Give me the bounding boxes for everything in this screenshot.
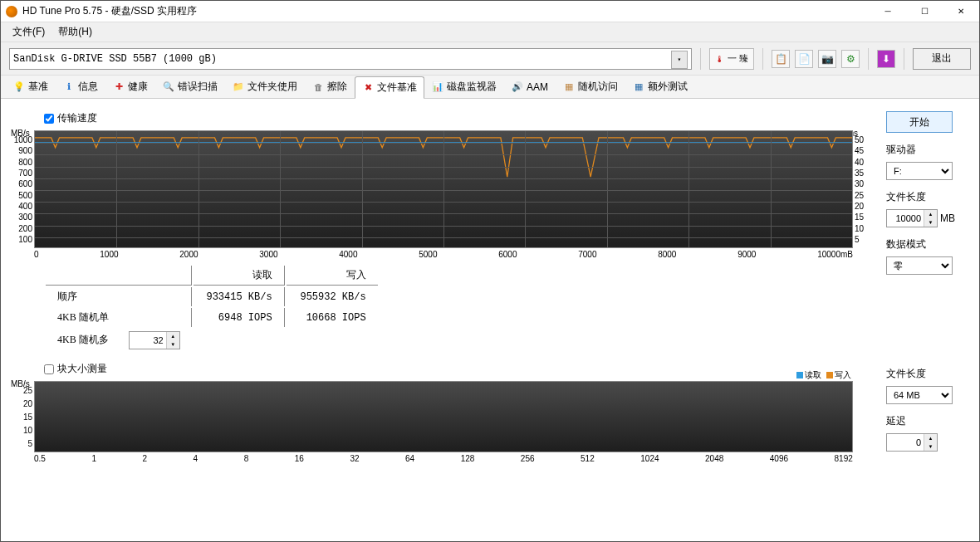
blocksize-checkbox[interactable] [44,364,54,374]
x-axis-2: 0.512481632641282565121024204840968192 [34,452,853,463]
tab-label: 基准 [28,80,48,94]
temperature-display[interactable]: 🌡 一 臻 [709,48,754,70]
tab-icon: ▦ [563,81,575,93]
transfer-chart-wrap: MB/s ms 1000900800700600500400300200100 … [34,130,853,259]
app-icon [6,6,17,17]
tab-2[interactable]: ✚健康 [105,76,155,98]
spin-up-icon[interactable]: ▲ [924,434,937,442]
titlebar: HD Tune Pro 5.75 - 硬盘/SSD 实用程序 ─ ☐ ✕ [1,1,979,22]
maximize-button[interactable]: ☐ [906,1,943,22]
separator [868,48,869,70]
window-title: HD Tune Pro 5.75 - 硬盘/SSD 实用程序 [22,4,870,18]
tab-3[interactable]: 🔍错误扫描 [155,76,225,98]
tab-icon: 📁 [233,81,244,93]
y-axis-left: 1000900800700600500400300200100 [11,135,32,244]
menubar: 文件(F) 帮助(H) [1,22,979,42]
top-toolbar: SanDisk G-DRIVE SSD 55B7 (1000 gB) 🌡 一 臻… [1,42,979,76]
tab-label: 错误扫描 [178,80,218,94]
drive-selected-text: SanDisk G-DRIVE SSD 55B7 (1000 gB) [13,53,217,65]
tab-label: 信息 [78,80,98,94]
tab-0[interactable]: 💡基准 [6,76,56,98]
filelen-input[interactable] [887,210,924,227]
drive-letter-select[interactable]: F: [886,162,953,180]
spin-down-icon[interactable]: ▼ [924,218,937,227]
tab-icon: ✖ [362,82,374,94]
row-seq-read: 933415 KB/s [194,287,285,306]
x-axis: 0100020003000400050006000700080009000100… [34,248,853,259]
copy-info-button[interactable]: 📋 [772,50,790,68]
start-button[interactable]: 开始 [886,111,953,133]
row-seq-write: 955932 KB/s [287,287,378,306]
spin-up-icon[interactable]: ▲ [167,332,179,340]
minimize-button[interactable]: ─ [870,1,906,22]
spin-up-icon[interactable]: ▲ [924,210,937,218]
tab-8[interactable]: 🔊AAM [504,77,556,97]
transfer-checkbox-row[interactable]: 传输速度 [44,111,870,125]
tab-4[interactable]: 📁文件夹使用 [225,76,305,98]
blocksize-chart-wrap: MB/s 读取 写入 252015105 0.51248163264128256… [34,381,853,463]
tab-label: 随机访问 [578,80,618,94]
filelen-spinner[interactable]: ▲▼ [886,209,938,227]
filelen2-select[interactable]: 64 MB [886,386,953,404]
datamode-select[interactable]: 零 [886,256,953,275]
tab-5[interactable]: 🗑擦除 [305,76,355,98]
row-4km-read [194,329,285,352]
delay-input[interactable] [887,434,924,451]
tab-label: AAM [527,81,548,93]
copy-result-button[interactable]: 📄 [795,50,813,68]
filelen-label: 文件长度 [886,190,969,204]
menu-file[interactable]: 文件(F) [6,22,51,42]
filelen-unit: MB [940,212,955,224]
queue-depth-spinner[interactable]: ▲▼ [129,331,180,349]
tab-label: 健康 [128,80,148,94]
transfer-checkbox[interactable] [44,114,54,124]
thermometer-icon: 🌡 [715,54,724,64]
queue-depth-input[interactable] [130,332,166,349]
side-controls-1: 开始 驱动器 F: 文件长度 ▲▼ MB 数据模式 零 [886,111,969,275]
tab-icon: ✚ [113,81,125,93]
blocksize-plot [34,381,853,452]
tab-icon: 📊 [432,81,443,93]
tab-icon: 💡 [13,81,25,93]
row-4km-label: 4KB 随机多 [57,334,109,345]
tab-6[interactable]: ✖文件基准 [355,76,424,99]
tab-label: 文件夹使用 [247,80,297,94]
row-4k1-read: 6948 IOPS [194,308,285,327]
tab-10[interactable]: ▦额外测试 [625,76,695,98]
blocksize-checkbox-row[interactable]: 块大小测量 [44,362,870,376]
y-axis-right: 5045403530252015105 [855,135,868,244]
content-pane: 传输速度 MB/s ms 100090080070060050040030020… [1,99,979,541]
drive-dropdown[interactable]: SanDisk G-DRIVE SSD 55B7 (1000 gB) [9,48,692,70]
side-controls-2: 文件长度 64 MB 延迟 ▲▼ [886,362,969,452]
screenshot-button[interactable]: 📷 [818,50,836,68]
tab-icon: 🔍 [163,81,174,93]
close-button[interactable]: ✕ [943,1,979,22]
row-4k1-label: 4KB 随机单 [46,308,192,327]
tab-label: 磁盘监视器 [447,80,497,94]
legend-read: 读取 [805,370,821,379]
tab-label: 擦除 [327,80,347,94]
separator [700,48,701,70]
delay-spinner[interactable]: ▲▼ [886,433,938,452]
exit-button[interactable]: 退出 [913,48,971,70]
tab-9[interactable]: ▦随机访问 [556,76,625,98]
settings-button[interactable]: ⚙ [841,50,860,68]
y-axis-left-2: 252015105 [11,386,32,448]
tab-icon: ▦ [633,81,644,93]
spin-down-icon[interactable]: ▼ [924,442,937,451]
save-button[interactable]: ⬇ [877,50,895,68]
tab-1[interactable]: ℹ信息 [56,76,105,98]
hdr-read: 读取 [194,266,285,286]
menu-help[interactable]: 帮助(H) [51,22,99,42]
tab-7[interactable]: 📊磁盘监视器 [424,76,504,98]
hdr-write: 写入 [287,266,378,286]
legend: 读取 写入 [796,369,851,381]
tab-label: 额外测试 [648,80,688,94]
transfer-plot [34,130,853,248]
transfer-section: 传输速度 MB/s ms 100090080070060050040030020… [11,111,870,354]
spin-down-icon[interactable]: ▼ [167,340,179,349]
tabbar: 💡基准ℹ信息✚健康🔍错误扫描📁文件夹使用🗑擦除✖文件基准📊磁盘监视器🔊AAM▦随… [1,76,979,99]
results-table: 读取 写入 顺序 933415 KB/s 955932 KB/s 4KB 随机单… [44,264,380,354]
separator [904,48,904,70]
datamode-label: 数据模式 [886,237,969,251]
